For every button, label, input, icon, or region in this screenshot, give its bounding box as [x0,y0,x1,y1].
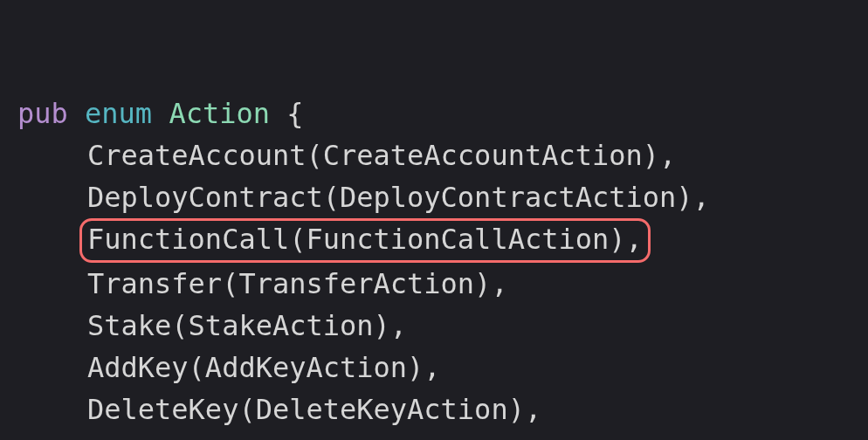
variant-line-7: DeleteAccount(DeleteAccountAction), [17,430,851,440]
comma: , [390,309,407,342]
open-paren: ( [189,351,205,384]
highlight-box: FunctionCall(FunctionCallAction), [79,218,651,263]
variant-inner-type: FunctionCallAction [306,223,609,256]
variant-name: FunctionCall [87,223,289,256]
close-paren: ) [609,223,625,256]
close-paren: ) [643,435,659,440]
variant-inner-type: TransferAction [238,267,474,300]
variant-line-0: CreateAccount(CreateAccountAction), [17,134,851,176]
enum-decl-line: pub enum Action { [17,93,851,134]
open-paren: ( [323,181,340,214]
close-paren: ) [676,181,692,214]
variant-inner-type: StakeAction [189,309,374,342]
variant-name: AddKey [87,351,189,384]
variant-line-3: Transfer(TransferAction), [17,263,851,305]
variant-inner-type: DeployContractAction [340,181,676,214]
open-paren: ( [306,139,322,172]
comma: , [424,351,440,384]
variant-inner-type: DeleteKeyAction [256,393,508,426]
variant-name: DeployContract [87,181,323,214]
variant-inner-type: AddKeyAction [205,351,407,384]
close-paren: ) [474,267,491,300]
variant-inner-type: CreateAccountAction [323,139,643,172]
open-brace: { [286,97,303,130]
variant-line-2: FunctionCall(FunctionCallAction), [17,218,851,263]
variant-line-6: DeleteKey(DeleteKeyAction), [17,388,851,430]
close-paren: ) [374,309,390,342]
variant-line-1: DeployContract(DeployContractAction), [17,176,851,218]
comma: , [626,223,643,256]
close-paren: ) [643,139,659,172]
open-paren: ( [238,393,255,426]
code-block: pub enum Action {CreateAccount(CreateAcc… [0,0,868,440]
comma: , [693,181,710,214]
variant-name: DeleteKey [87,393,238,426]
comma: , [525,393,541,426]
enum-type-name: Action [169,97,270,130]
variant-name: CreateAccount [87,139,306,172]
keyword-pub: pub [17,97,68,130]
open-paren: ( [289,223,306,256]
variant-name: DeleteAccount [87,435,306,440]
open-paren: ( [222,267,238,300]
close-paren: ) [407,351,424,384]
close-paren: ) [508,393,525,426]
open-paren: ( [306,435,322,440]
variant-name: Transfer [87,267,222,300]
comma: , [491,267,507,300]
comma: , [659,139,676,172]
variant-name: Stake [87,309,171,342]
variant-line-4: Stake(StakeAction), [17,305,851,347]
variant-inner-type: DeleteAccountAction [323,435,643,440]
open-paren: ( [171,309,188,342]
variant-line-5: AddKey(AddKeyAction), [17,347,851,388]
comma: , [659,435,676,440]
keyword-enum: enum [85,97,152,130]
